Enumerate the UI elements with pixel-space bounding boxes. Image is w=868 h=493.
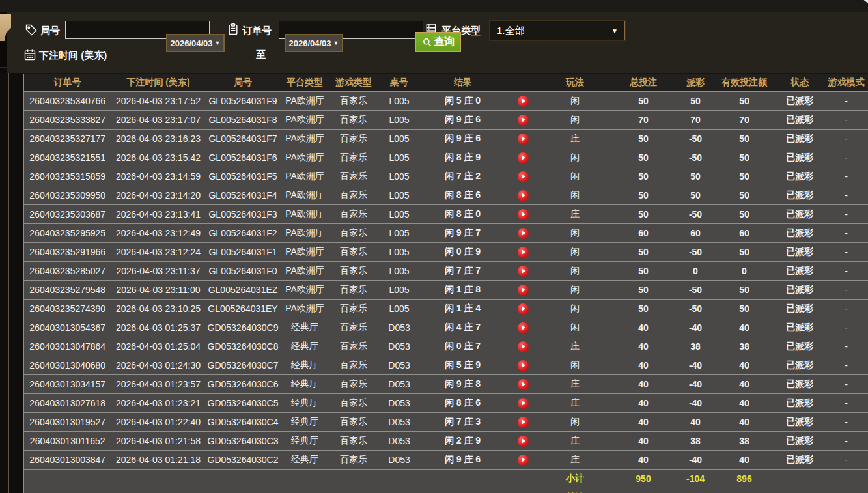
- col-header-valid-bet: 有效投注额: [714, 74, 776, 92]
- play-icon[interactable]: [518, 455, 529, 466]
- total-bet-cell: 40: [609, 337, 678, 356]
- game-no-cell: GL005264031F4: [206, 186, 281, 205]
- play-icon[interactable]: [518, 247, 529, 258]
- play-icon[interactable]: [518, 322, 529, 333]
- game-no-cell: GD053264030C2: [206, 451, 281, 470]
- payout-cell: 60: [678, 224, 714, 243]
- game-no-cell: GL005264031F2: [206, 224, 281, 243]
- subtotal-valid-bet: 896: [714, 470, 776, 488]
- play-icon[interactable]: [518, 134, 529, 145]
- result-cell: 闲 0 庄 9: [421, 243, 505, 262]
- date-from-value: 2026/04/03: [171, 38, 213, 48]
- game-type-cell: 百家乐: [329, 394, 378, 413]
- bet-time-cell: 2026-04-03 23:14:20: [111, 186, 206, 205]
- table-no-cell: D053: [378, 356, 421, 375]
- play-icon[interactable]: [518, 417, 529, 428]
- date-from-picker[interactable]: 2026/04/03 ▼: [166, 34, 225, 52]
- payout-cell: 50: [678, 186, 714, 205]
- status-cell: 已派彩: [776, 224, 824, 243]
- valid-bet-cell: 50: [714, 92, 776, 111]
- payout-cell: 50: [678, 167, 714, 186]
- table-no-cell: L005: [378, 92, 421, 111]
- total-bet-cell: 40: [609, 394, 678, 413]
- play-icon[interactable]: [518, 341, 529, 352]
- play-icon[interactable]: [518, 228, 529, 239]
- table-row: 260403235295925 2026-04-03 23:12:49 GL00…: [24, 224, 868, 243]
- game-type-cell: 百家乐: [329, 337, 378, 356]
- total-bet-cell: 40: [609, 356, 678, 375]
- playback-cell: [505, 281, 541, 300]
- left-rail-divider: [0, 67, 7, 68]
- mode-cell: -: [824, 243, 868, 262]
- playback-cell: [505, 243, 541, 262]
- col-header-order-no: 订单号: [24, 74, 111, 92]
- play-side-cell: 庄: [541, 451, 609, 470]
- table-row: 260403235333827 2026-04-03 23:17:07 GL00…: [24, 111, 868, 130]
- table-row: 260403235315859 2026-04-03 23:14:59 GL00…: [24, 167, 868, 186]
- search-button[interactable]: 查询: [415, 32, 461, 52]
- platform-type-select[interactable]: 1.全部 ▼: [490, 21, 625, 40]
- order-no-cell: 260403235291966: [24, 243, 111, 262]
- table-row: 260403013040680 2026-04-03 01:24:30 GD05…: [24, 356, 868, 375]
- play-icon[interactable]: [518, 379, 529, 390]
- game-type-cell: 百家乐: [329, 92, 378, 111]
- play-side-cell: 闲: [541, 92, 609, 111]
- clipboard-icon: [227, 23, 240, 36]
- table-row: 260403235321551 2026-04-03 23:15:42 GL00…: [24, 148, 868, 167]
- valid-bet-cell: 38: [714, 337, 776, 356]
- status-cell: 已派彩: [776, 356, 824, 375]
- left-rail-divider: [0, 160, 7, 160]
- play-icon[interactable]: [518, 360, 529, 371]
- game-type-cell: 百家乐: [329, 167, 378, 186]
- table-no-cell: L005: [378, 167, 421, 186]
- play-icon[interactable]: [518, 171, 529, 182]
- play-side-cell: 闲: [541, 167, 609, 186]
- table-no-cell: L005: [378, 130, 421, 148]
- result-cell: 闲 9 庄 6: [421, 451, 505, 470]
- order-no-cell: 260403235321551: [24, 148, 111, 167]
- play-icon[interactable]: [518, 398, 529, 409]
- total-bet-cell: 70: [609, 111, 678, 130]
- play-icon[interactable]: [518, 152, 529, 163]
- table-no-cell: D053: [378, 318, 421, 337]
- play-icon[interactable]: [518, 209, 529, 220]
- top-strip: [0, 0, 868, 12]
- play-icon[interactable]: [518, 285, 529, 296]
- table-no-cell: L005: [378, 186, 421, 205]
- game-type-cell: 百家乐: [329, 243, 378, 262]
- table-row: 260403013034157 2026-04-03 01:23:57 GD05…: [24, 375, 868, 394]
- playback-cell: [505, 262, 541, 281]
- date-to-picker[interactable]: 2026/04/03 ▼: [285, 34, 343, 52]
- mode-cell: -: [824, 318, 868, 337]
- subtotal-total-bet: 950: [609, 470, 678, 488]
- platform-cell: PA欧洲厅: [281, 205, 329, 224]
- play-icon[interactable]: [518, 115, 529, 126]
- bet-time-cell: 2026-04-03 23:11:37: [111, 262, 206, 281]
- play-icon[interactable]: [518, 303, 529, 315]
- play-icon[interactable]: [518, 436, 529, 447]
- play-icon[interactable]: [518, 190, 529, 201]
- play-icon[interactable]: [518, 96, 529, 107]
- bet-time-cell: 2026-04-03 01:22:40: [111, 413, 206, 432]
- total-bet-cell: 50: [609, 186, 678, 205]
- status-cell: 已派彩: [776, 243, 824, 262]
- result-cell: 闲 9 庄 7: [421, 224, 505, 243]
- game-type-cell: 百家乐: [329, 375, 378, 394]
- play-icon[interactable]: [518, 266, 529, 277]
- platform-cell: 经典厅: [281, 375, 329, 394]
- play-side-cell: 闲: [541, 224, 609, 243]
- table-row: 260403013011652 2026-04-03 01:21:58 GD05…: [24, 432, 868, 451]
- table-no-cell: L005: [378, 224, 421, 243]
- table-no-cell: L005: [378, 262, 421, 281]
- status-cell: 已派彩: [776, 205, 824, 224]
- payout-cell: -40: [678, 394, 714, 413]
- payout-cell: -50: [678, 243, 714, 262]
- bet-time-cell: 2026-04-03 23:12:24: [111, 243, 206, 262]
- platform-cell: PA欧洲厅: [281, 262, 329, 281]
- payout-cell: 0: [678, 262, 714, 281]
- payout-cell: -40: [678, 375, 714, 394]
- playback-cell: [505, 337, 541, 356]
- platform-cell: 经典厅: [281, 318, 329, 337]
- bet-time-cell: 2026-04-03 23:16:23: [111, 130, 206, 148]
- bet-time-cell: 2026-04-03 23:17:52: [111, 92, 206, 111]
